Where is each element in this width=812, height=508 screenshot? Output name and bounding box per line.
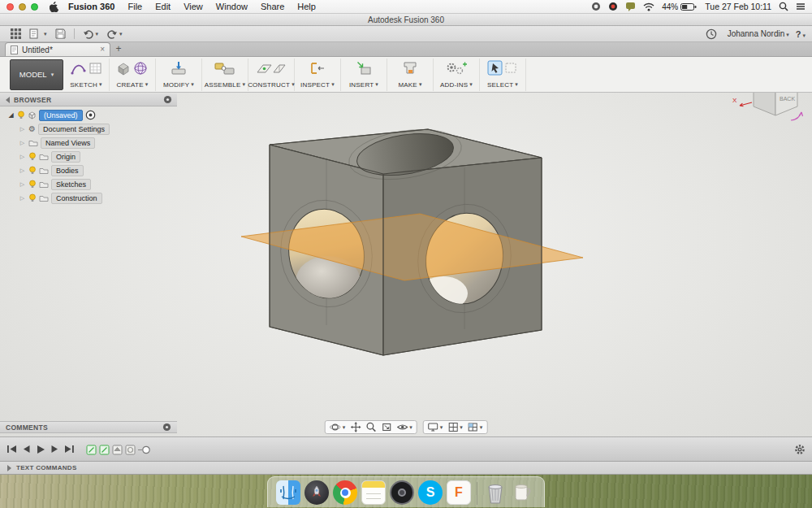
orbit-icon[interactable]: ▾	[330, 422, 346, 432]
menu-file[interactable]: File	[121, 0, 149, 14]
record-icon[interactable]	[608, 2, 618, 11]
menu-app-name[interactable]: Fusion 360	[62, 0, 121, 14]
chrome-dock-icon[interactable]	[333, 480, 357, 505]
pan-icon[interactable]	[350, 422, 361, 432]
timeline-sketch-marker[interactable]	[86, 444, 97, 455]
expand-icon[interactable]: ▷	[19, 195, 26, 202]
step-back-button[interactable]	[22, 445, 31, 454]
document-tab[interactable]: Untitled* ×	[5, 42, 110, 56]
menu-help[interactable]: Help	[291, 0, 322, 14]
browser-panel-header[interactable]: BROWSER	[0, 93, 177, 106]
expand-icon[interactable]: ▷	[19, 167, 26, 174]
notes-dock-icon[interactable]	[361, 480, 386, 505]
window-titlebar[interactable]: Autodesk Fusion 360	[0, 14, 812, 26]
window-zoom-button[interactable]	[31, 3, 38, 11]
ribbon-group-make[interactable]: MAKE▾	[387, 59, 434, 91]
ribbon-group-assemble[interactable]: ASSEMBLE▾	[202, 59, 248, 91]
menu-share[interactable]: Share	[254, 0, 291, 14]
expand-icon[interactable]: ▷	[19, 140, 26, 146]
eye-icon[interactable]	[85, 110, 96, 120]
timeline-track[interactable]	[86, 444, 151, 455]
menu-view[interactable]: View	[177, 0, 209, 14]
fit-icon[interactable]	[381, 422, 391, 432]
bulb-icon[interactable]	[28, 180, 37, 189]
fusion-360-dock-icon[interactable]: F	[447, 480, 471, 505]
display-settings-icon[interactable]: ▾	[428, 422, 443, 432]
grid-settings-icon[interactable]: ▾	[447, 422, 463, 432]
look-at-icon[interactable]: ▾	[396, 422, 412, 432]
window-minimize-button[interactable]	[19, 3, 26, 11]
expand-icon[interactable]: ▷	[19, 126, 26, 132]
presence-icon[interactable]	[591, 2, 601, 11]
mug-dock-icon[interactable]	[512, 480, 536, 505]
tree-row-sketches[interactable]: ▷ Sketches	[0, 178, 177, 190]
new-tab-button[interactable]: +	[110, 42, 127, 56]
ribbon-group-insert[interactable]: INSERT▾	[341, 59, 387, 91]
bulb-icon[interactable]	[28, 152, 37, 161]
wifi-icon[interactable]	[643, 2, 654, 11]
tab-close-icon[interactable]: ×	[100, 46, 105, 54]
document-root-label[interactable]: (Unsaved)	[39, 110, 83, 121]
apps-grid-icon[interactable]	[6, 27, 25, 41]
save-icon[interactable]	[51, 27, 70, 41]
tree-row-bodies[interactable]: ▷ Bodies	[0, 164, 177, 176]
comments-panel[interactable]: COMMENTS	[0, 421, 177, 433]
bulb-icon[interactable]	[28, 193, 37, 202]
expand-icon[interactable]: ▷	[19, 181, 26, 188]
launchpad-dock-icon[interactable]	[304, 480, 329, 505]
browser-options-button[interactable]	[163, 95, 172, 104]
new-document-icon[interactable]: ▾	[25, 27, 51, 41]
viewports-icon[interactable]: ▾	[468, 422, 483, 432]
bulb-icon[interactable]	[17, 111, 25, 119]
help-button[interactable]: ?▾	[796, 29, 806, 39]
menu-edit[interactable]: Edit	[149, 0, 177, 14]
trash-dock-icon[interactable]	[483, 480, 508, 505]
ribbon-group-addins[interactable]: ADD-INS▾	[434, 59, 480, 91]
tree-row-named-views[interactable]: ▷ Named Views	[0, 137, 177, 149]
play-button[interactable]	[36, 445, 45, 454]
comments-expand-button[interactable]	[162, 423, 171, 432]
step-forward-button[interactable]	[50, 445, 59, 454]
menu-window[interactable]: Window	[209, 0, 254, 14]
tree-row-root[interactable]: ◢ (Unsaved)	[0, 109, 177, 121]
skype-dock-icon[interactable]: S	[418, 480, 443, 505]
apple-menu-icon[interactable]	[50, 2, 58, 12]
recorder-dock-icon[interactable]	[390, 480, 414, 505]
notification-center-icon[interactable]	[796, 2, 806, 11]
skip-end-button[interactable]	[64, 445, 75, 454]
job-status-clock-icon[interactable]	[702, 27, 721, 41]
tree-item-label[interactable]: Bodies	[51, 165, 84, 176]
timeline-sketch-marker[interactable]	[99, 444, 110, 455]
ribbon-group-modify[interactable]: MODIFY▾	[156, 59, 202, 91]
skip-start-button[interactable]	[6, 445, 17, 454]
finder-dock-icon[interactable]	[276, 480, 300, 505]
tree-item-label[interactable]: Construction	[51, 193, 102, 204]
tree-row-construction[interactable]: ▷ Construction	[0, 192, 177, 204]
timeline-settings-button[interactable]	[794, 444, 806, 455]
ribbon-group-inspect[interactable]: INSPECT▾	[295, 59, 341, 91]
text-commands-bar[interactable]: TEXT COMMANDS	[0, 462, 812, 475]
tree-item-label[interactable]: Named Views	[41, 137, 95, 149]
expand-icon[interactable]: ▷	[19, 154, 26, 160]
spotlight-search-icon[interactable]	[779, 2, 788, 11]
bulb-icon[interactable]	[28, 166, 37, 175]
tree-item-label[interactable]: Sketches	[51, 179, 91, 190]
workspace-switcher-model[interactable]: MODEL▾	[10, 59, 63, 90]
chat-icon[interactable]	[625, 2, 636, 11]
user-account-button[interactable]: Johanna Nordin▾	[728, 29, 789, 38]
ribbon-group-select[interactable]: SELECT▾	[480, 59, 526, 91]
timeline-feature-marker[interactable]	[112, 444, 123, 455]
tree-row-origin[interactable]: ▷ Origin	[0, 150, 177, 163]
tree-row-document-settings[interactable]: ▷ ⚙ Document Settings	[0, 123, 177, 135]
expand-icon[interactable]: ◢	[7, 111, 15, 119]
timeline-playhead-slider[interactable]	[138, 444, 151, 455]
ribbon-group-create[interactable]: CREATE▾	[110, 59, 156, 91]
battery-status[interactable]: 44%	[662, 2, 698, 11]
zoom-icon[interactable]	[365, 422, 376, 432]
ribbon-group-construct[interactable]: CONSTRUCT▾	[248, 59, 295, 91]
timeline-feature-marker[interactable]	[125, 444, 136, 455]
menubar-clock[interactable]: Tue 27 Feb 10:11	[705, 2, 771, 11]
tree-item-label[interactable]: Origin	[51, 151, 80, 163]
tree-item-label[interactable]: Document Settings	[38, 124, 110, 135]
window-close-button[interactable]	[6, 3, 14, 11]
